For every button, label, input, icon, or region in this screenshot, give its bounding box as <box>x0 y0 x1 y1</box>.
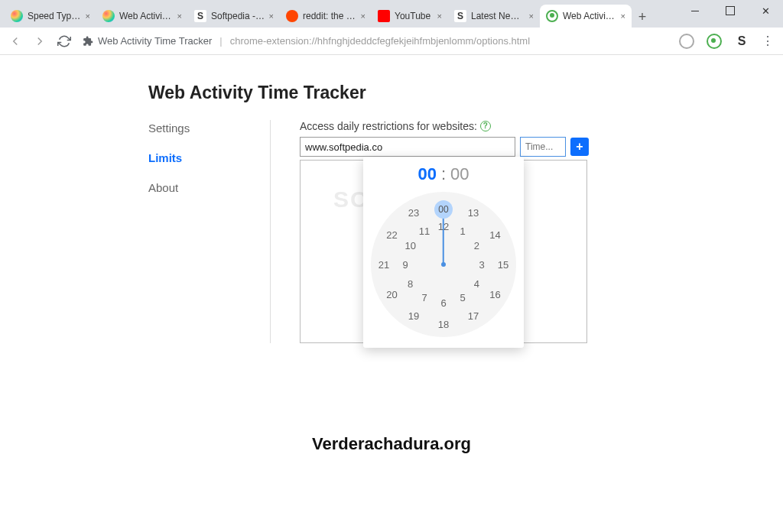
add-button[interactable]: + <box>570 138 589 156</box>
access-label: Access daily restrictions for websites: <box>300 120 477 132</box>
separator: | <box>219 35 222 47</box>
close-tab-icon[interactable]: × <box>177 11 182 21</box>
hour-8[interactable]: 8 <box>403 276 418 291</box>
tab-title: Web Activity T <box>119 11 174 21</box>
tab-speed-typing[interactable]: Speed Typing× <box>5 5 96 28</box>
sidebar-item-limits[interactable]: Limits <box>148 151 255 164</box>
hour-2[interactable]: 2 <box>469 238 484 253</box>
hour-1[interactable]: 1 <box>455 224 470 239</box>
sidebar-item-about[interactable]: About <box>148 181 255 194</box>
window-controls <box>677 0 783 21</box>
minimize-button[interactable] <box>677 0 713 21</box>
hour-10[interactable]: 10 <box>403 238 418 253</box>
favicon <box>102 10 115 22</box>
tab-title: reddit: the fro <box>303 11 357 21</box>
minute-display[interactable]: 00 <box>450 164 469 183</box>
extension-icon <box>83 36 93 47</box>
tab-title: Softpedia - Fr <box>211 11 265 21</box>
time-input[interactable] <box>520 137 566 157</box>
access-label-row: Access daily restrictions for websites: … <box>300 120 589 132</box>
hour-display[interactable]: 00 <box>417 164 436 183</box>
omnibox[interactable]: Web Activity Time Tracker | chrome-exten… <box>83 35 530 47</box>
hour-16[interactable]: 16 <box>488 287 503 302</box>
close-window-button[interactable] <box>748 0 783 21</box>
close-tab-icon[interactable]: × <box>437 11 442 21</box>
hour-6[interactable]: 6 <box>436 295 451 310</box>
hour-14[interactable]: 14 <box>488 227 503 242</box>
hour-18[interactable]: 18 <box>436 316 451 332</box>
close-tab-icon[interactable]: × <box>529 11 534 21</box>
tab-reddit[interactable]: reddit: the fro× <box>280 5 372 28</box>
hour-19[interactable]: 19 <box>406 309 421 324</box>
close-tab-icon[interactable]: × <box>269 11 274 21</box>
hour-7[interactable]: 7 <box>417 290 432 305</box>
ext-clock-icon[interactable] <box>679 34 694 49</box>
ext-tracker-icon[interactable] <box>707 34 722 49</box>
close-tab-icon[interactable]: × <box>361 11 366 21</box>
sidebar-item-settings[interactable]: Settings <box>148 122 255 135</box>
tab-title: Web Activity T <box>563 11 617 21</box>
new-tab-button[interactable]: + <box>632 6 653 28</box>
favicon <box>11 10 23 22</box>
help-icon[interactable]: ? <box>480 121 491 131</box>
main-panel: Access daily restrictions for websites: … <box>271 120 589 343</box>
reload-button[interactable] <box>55 32 73 50</box>
tab-latest-news[interactable]: SLatest News &× <box>448 5 540 28</box>
tab-softpedia[interactable]: SSoftpedia - Fr× <box>188 5 280 28</box>
url-path: chrome-extension://hhfnghjdeddcfegfekjei… <box>230 35 530 47</box>
close-tab-icon[interactable]: × <box>86 11 90 21</box>
tab-youtube[interactable]: YouTube× <box>372 5 448 28</box>
tab-title: Latest News & <box>471 11 525 21</box>
domain-input[interactable] <box>300 137 515 157</box>
favicon <box>546 10 558 22</box>
favicon <box>378 10 390 22</box>
maximize-button[interactable] <box>713 0 748 21</box>
hour-3[interactable]: 3 <box>474 257 489 272</box>
clock-face[interactable]: 00 1314151617181920212223121234567891011 <box>371 192 516 337</box>
ext-softpedia-icon[interactable]: S <box>734 34 749 49</box>
selected-hour[interactable]: 00 <box>434 200 453 219</box>
tab-title: Speed Typing <box>28 11 82 21</box>
hour-5[interactable]: 5 <box>455 290 470 305</box>
hour-23[interactable]: 23 <box>406 205 421 220</box>
time-picker-popup: 00:00 00 1314151617181920212223121234567… <box>363 157 524 348</box>
close-tab-icon[interactable]: × <box>621 11 625 21</box>
tab-web-activity-active[interactable]: Web Activity T× <box>540 5 632 28</box>
hour-17[interactable]: 17 <box>466 309 481 324</box>
address-bar: Web Activity Time Tracker | chrome-exten… <box>0 28 783 55</box>
tab-web-activity-1[interactable]: Web Activity T× <box>96 5 188 28</box>
clock-center <box>441 262 446 267</box>
hour-4[interactable]: 4 <box>469 276 484 291</box>
chrome-menu-button[interactable]: ⋮ <box>762 34 774 48</box>
hour-15[interactable]: 15 <box>495 257 511 272</box>
page-content: Web Activity Time Tracker Settings Limit… <box>0 55 783 343</box>
hour-21[interactable]: 21 <box>376 257 392 272</box>
tab-title: YouTube <box>395 11 434 21</box>
browser-tabbar: Speed Typing× Web Activity T× SSoftpedia… <box>0 0 783 28</box>
hour-12[interactable]: 12 <box>436 219 451 234</box>
time-picker-header: 00:00 <box>363 157 524 189</box>
sidebar: Settings Limits About <box>148 120 271 343</box>
page-title: Web Activity Time Tracker <box>148 83 783 103</box>
hour-13[interactable]: 13 <box>466 205 481 220</box>
back-button[interactable] <box>6 32 24 50</box>
favicon: S <box>454 10 466 22</box>
hour-20[interactable]: 20 <box>384 287 399 302</box>
hour-9[interactable]: 9 <box>398 257 413 272</box>
favicon <box>286 10 298 22</box>
watermark-site: Verderachadura.org <box>0 434 783 454</box>
extension-name: Web Activity Time Tracker <box>98 35 212 47</box>
hour-22[interactable]: 22 <box>384 227 399 242</box>
forward-button[interactable] <box>31 32 49 50</box>
favicon: S <box>194 10 206 22</box>
hour-11[interactable]: 11 <box>417 224 432 239</box>
